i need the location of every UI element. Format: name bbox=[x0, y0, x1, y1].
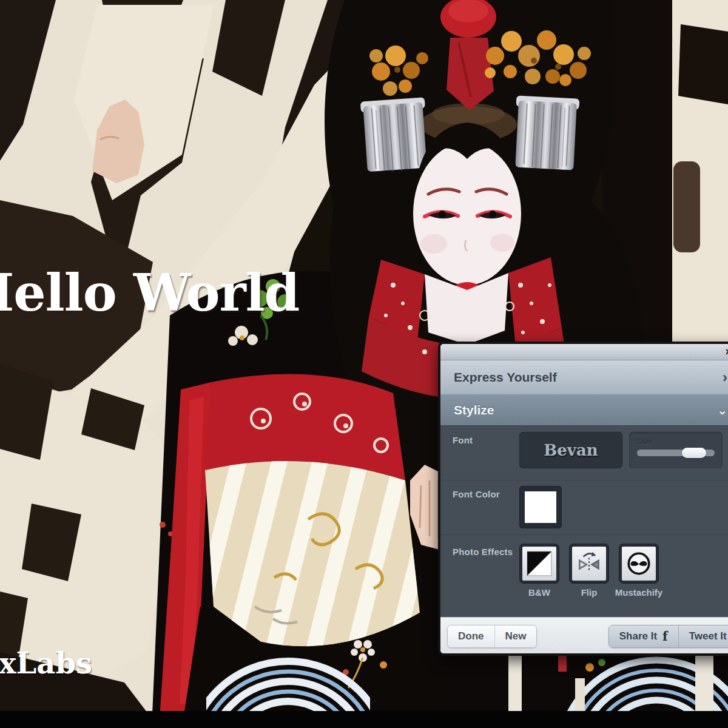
flip-effect-button[interactable] bbox=[569, 544, 609, 584]
section-stylize[interactable]: Stylize ⌄ bbox=[440, 395, 728, 426]
section-label: Express Yourself bbox=[454, 370, 557, 385]
panel-footer: Done New Share It f Tweet It t bbox=[440, 617, 728, 655]
font-color-swatch[interactable] bbox=[519, 486, 562, 528]
bw-effect-button[interactable] bbox=[519, 544, 559, 584]
font-row: Font Bevan Size bbox=[440, 426, 728, 480]
chevron-down-icon: ⌄ bbox=[717, 403, 727, 417]
effect-flip: Flip bbox=[569, 544, 609, 598]
font-label: Font bbox=[453, 432, 519, 445]
photo-effects-row: Photo Effects B&W bbox=[440, 535, 728, 617]
facebook-icon: f bbox=[662, 630, 668, 642]
mustache-icon bbox=[622, 547, 656, 581]
effect-mustachify: Mustachify bbox=[619, 544, 659, 598]
editor-panel: × Express Yourself › Stylize ⌄ Font Beva… bbox=[438, 342, 728, 656]
mustachify-label: Mustachify bbox=[615, 587, 662, 598]
close-icon[interactable]: × bbox=[725, 346, 728, 357]
bottom-bar bbox=[0, 711, 728, 728]
canvas-text-overlay[interactable]: Hello World bbox=[0, 268, 299, 318]
panel-titlebar: × bbox=[440, 344, 728, 360]
bw-icon bbox=[522, 547, 556, 581]
mustachify-effect-button[interactable] bbox=[619, 544, 659, 584]
new-button[interactable]: New bbox=[495, 625, 537, 647]
done-button[interactable]: Done bbox=[448, 625, 495, 647]
share-group: Share It f Tweet It t bbox=[608, 625, 728, 648]
watermark: xLabs bbox=[0, 649, 92, 678]
effect-bw: B&W bbox=[519, 544, 559, 598]
flip-icon bbox=[572, 547, 606, 581]
tweet-button[interactable]: Tweet It t bbox=[679, 625, 728, 647]
size-control: Size bbox=[629, 432, 723, 468]
stylize-content: Font Bevan Size Font Color Photo Effects bbox=[440, 426, 728, 617]
share-button[interactable]: Share It f bbox=[609, 625, 679, 647]
photo-editor-app: Hello World xLabs × Express Yourself › S… bbox=[0, 0, 728, 728]
chevron-right-icon: › bbox=[723, 369, 727, 386]
flip-label: Flip bbox=[581, 587, 598, 598]
font-color-label: Font Color bbox=[453, 486, 519, 499]
size-slider-thumb[interactable] bbox=[682, 448, 706, 458]
section-label: Stylize bbox=[454, 403, 494, 417]
section-express-yourself[interactable]: Express Yourself › bbox=[440, 360, 728, 395]
size-slider-track[interactable] bbox=[637, 450, 715, 456]
font-color-row: Font Color bbox=[440, 480, 728, 535]
photo-effects-label: Photo Effects bbox=[453, 544, 519, 557]
done-new-group: Done New bbox=[447, 625, 537, 648]
bw-label: B&W bbox=[528, 587, 550, 598]
font-picker-button[interactable]: Bevan bbox=[519, 432, 622, 468]
size-label: Size bbox=[637, 437, 715, 446]
tweet-label: Tweet It bbox=[689, 630, 727, 642]
share-label: Share It bbox=[619, 630, 657, 642]
